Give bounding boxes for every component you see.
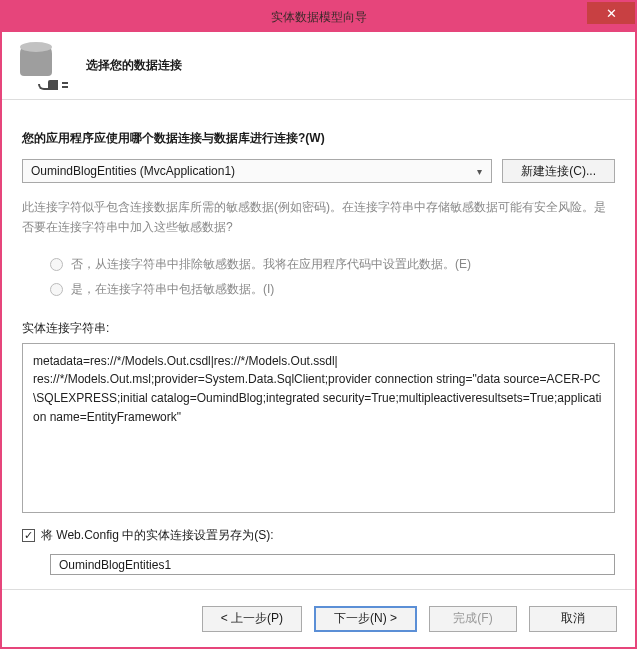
connection-string-text: metadata=res://*/Models.Out.csdl|res://*… xyxy=(33,354,601,424)
cancel-button[interactable]: 取消 xyxy=(529,606,617,632)
close-button[interactable]: ✕ xyxy=(587,2,635,24)
connection-row: OumindBlogEntities (MvcApplication1) ▾ 新… xyxy=(22,159,615,183)
chevron-down-icon: ▾ xyxy=(471,166,487,177)
radio-icon xyxy=(50,283,63,296)
wizard-window: 实体数据模型向导 ✕ 选择您的数据连接 您的应用程序应使用哪个数据连接与数据库进… xyxy=(0,0,637,649)
sensitive-data-info: 此连接字符似乎包含连接数据库所需的敏感数据(例如密码)。在连接字符串中存储敏感数… xyxy=(22,197,615,238)
wizard-content: 您的应用程序应使用哪个数据连接与数据库进行连接?(W) OumindBlogEn… xyxy=(2,100,635,589)
save-config-checkbox[interactable]: ✓ xyxy=(22,529,35,542)
finish-button: 完成(F) xyxy=(429,606,517,632)
radio-exclude[interactable]: 否，从连接字符串中排除敏感数据。我将在应用程序代码中设置此数据。(E) xyxy=(50,256,615,273)
connection-prompt: 您的应用程序应使用哪个数据连接与数据库进行连接?(W) xyxy=(22,130,615,147)
radio-exclude-label: 否，从连接字符串中排除敏感数据。我将在应用程序代码中设置此数据。(E) xyxy=(71,256,471,273)
wizard-header: 选择您的数据连接 xyxy=(2,32,635,100)
connection-string-box[interactable]: metadata=res://*/Models.Out.csdl|res://*… xyxy=(22,343,615,513)
database-plug-icon xyxy=(20,44,64,88)
next-button[interactable]: 下一步(N) > xyxy=(314,606,417,632)
radio-icon xyxy=(50,258,63,271)
connection-selected: OumindBlogEntities (MvcApplication1) xyxy=(31,164,235,178)
save-config-label: 将 Web.Config 中的实体连接设置另存为(S): xyxy=(41,527,273,544)
save-config-row: ✓ 将 Web.Config 中的实体连接设置另存为(S): xyxy=(22,527,615,544)
window-title: 实体数据模型向导 xyxy=(271,9,367,26)
sensitive-data-radios: 否，从连接字符串中排除敏感数据。我将在应用程序代码中设置此数据。(E) 是，在连… xyxy=(22,248,615,306)
new-connection-button[interactable]: 新建连接(C)... xyxy=(502,159,615,183)
save-name-input[interactable]: OumindBlogEntities1 xyxy=(50,554,615,575)
connection-string-label: 实体连接字符串: xyxy=(22,320,615,337)
radio-include[interactable]: 是，在连接字符串中包括敏感数据。(I) xyxy=(50,281,615,298)
titlebar[interactable]: 实体数据模型向导 ✕ xyxy=(2,2,635,32)
header-title: 选择您的数据连接 xyxy=(86,57,182,74)
close-icon: ✕ xyxy=(606,6,617,21)
prev-button[interactable]: < 上一步(P) xyxy=(202,606,302,632)
wizard-footer: < 上一步(P) 下一步(N) > 完成(F) 取消 xyxy=(2,589,635,647)
radio-include-label: 是，在连接字符串中包括敏感数据。(I) xyxy=(71,281,274,298)
connection-dropdown[interactable]: OumindBlogEntities (MvcApplication1) ▾ xyxy=(22,159,492,183)
